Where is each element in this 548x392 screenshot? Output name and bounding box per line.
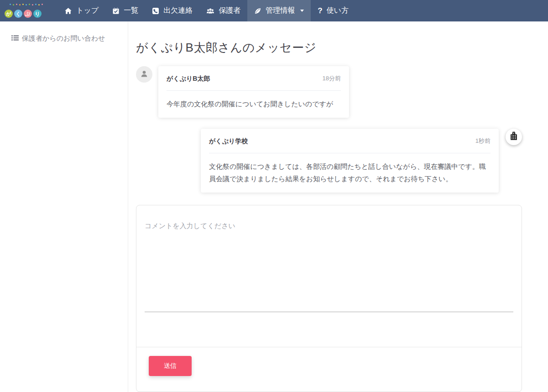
nav-item-attendance[interactable]: 出欠連絡 <box>145 0 199 21</box>
app-window: がくぷり トップ 一覧 <box>0 0 548 392</box>
page-body: 保護者からのお問い合わせ がくぷりB太郎さんのメッセージ <box>0 21 548 392</box>
logo-circle: り <box>33 10 42 18</box>
avatar <box>506 129 522 145</box>
nav-item-label: 使い方 <box>327 6 349 16</box>
message-row-school: がくぷり学校 1秒前 文化祭の開催につきましては、各部活の顧問たちと話し合いなが… <box>136 129 522 193</box>
logo-characters: がくぷり <box>5 10 42 18</box>
nav-item-label: トップ <box>76 6 99 16</box>
comment-form-card: 送信 <box>136 205 522 392</box>
phone-square-icon <box>152 7 159 15</box>
message-header: がくぷり学校 1秒前 <box>209 136 491 146</box>
nav-item-help[interactable]: ? 使い方 <box>311 0 355 21</box>
message-row-guardian: がくぷりB太郎 18分前 今年度の文化祭の開催についてお聞きしたいのですが <box>136 66 522 118</box>
sidebar-item-label: 保護者からのお問い合わせ <box>22 34 105 43</box>
message-divider <box>167 90 341 91</box>
comment-form-footer: 送信 <box>136 347 522 392</box>
message-body: 今年度の文化祭の開催についてお聞きしたいのですが <box>167 98 341 110</box>
message-card: がくぷりB太郎 18分前 今年度の文化祭の開催についてお聞きしたいのですが <box>158 66 349 118</box>
sidebar-item-guardian-inquiries[interactable]: 保護者からのお問い合わせ <box>0 34 128 43</box>
message-timestamp: 1秒前 <box>475 136 491 146</box>
building-icon <box>509 131 519 143</box>
nav-item-top[interactable]: トップ <box>57 0 105 21</box>
message-sender: がくぷりB太郎 <box>167 74 210 83</box>
person-icon <box>140 69 149 80</box>
comment-form-body <box>136 205 522 347</box>
chevron-down-icon <box>300 10 304 12</box>
question-icon: ? <box>318 6 322 16</box>
page-title: がくぷりB太郎さんのメッセージ <box>136 40 548 56</box>
leaf-icon <box>254 7 261 15</box>
list-icon <box>11 35 19 42</box>
message-body: 文化祭の開催につきましては、各部活の顧問たちと話し合いながら、現在審議中です。職… <box>209 160 491 185</box>
app-logo[interactable]: がくぷり <box>4 0 49 21</box>
message-divider <box>209 153 491 153</box>
nav-item-label: 出欠連絡 <box>163 6 193 16</box>
nav-item-label: 保護者 <box>219 6 240 16</box>
message-card: がくぷり学校 1秒前 文化祭の開催につきましては、各部活の顧問たちと話し合いなが… <box>201 129 499 193</box>
nav-item-guardians[interactable]: 保護者 <box>199 0 247 21</box>
logo-circle: が <box>5 10 13 18</box>
users-icon <box>206 7 214 15</box>
main-content: がくぷりB太郎さんのメッセージ がくぷりB太郎 <box>128 21 548 392</box>
nav-item-admin-info[interactable]: 管理情報 <box>247 0 311 21</box>
comment-input[interactable] <box>145 213 513 312</box>
logo-sparkle-dots <box>10 4 43 5</box>
send-button[interactable]: 送信 <box>149 356 192 376</box>
calendar-check-icon <box>112 7 120 15</box>
message-header: がくぷりB太郎 18分前 <box>167 74 341 83</box>
message-sender: がくぷり学校 <box>209 136 248 146</box>
nav-menu: トップ 一覧 <box>57 0 355 21</box>
nav-item-list[interactable]: 一覧 <box>105 0 145 21</box>
message-timestamp: 18分前 <box>323 74 341 83</box>
nav-item-label: 一覧 <box>124 6 138 16</box>
home-icon <box>64 7 72 15</box>
nav-item-label: 管理情報 <box>266 6 295 16</box>
logo-circle: ぷ <box>24 10 32 18</box>
logo-circle: く <box>14 10 22 18</box>
top-navbar: がくぷり トップ 一覧 <box>0 0 548 21</box>
sidebar: 保護者からのお問い合わせ <box>0 21 128 392</box>
message-thread: がくぷりB太郎 18分前 今年度の文化祭の開催についてお聞きしたいのですが がく… <box>136 66 522 392</box>
avatar <box>136 66 152 83</box>
